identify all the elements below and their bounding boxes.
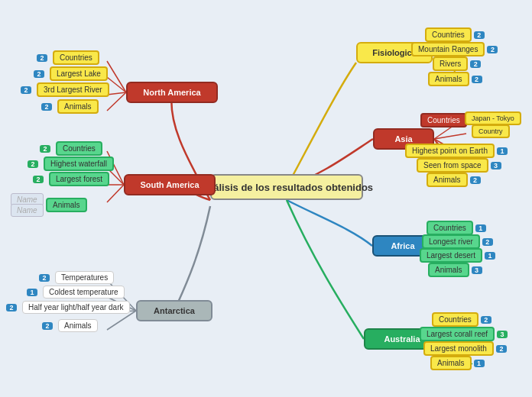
asia-highest-label: Highest point on Earth: [405, 144, 495, 158]
na-animals-label: Animals: [57, 99, 99, 114]
svg-line-2: [107, 92, 126, 95]
na-river-label: 3rd Largest River: [37, 82, 109, 97]
ant-temp-badge: 2: [39, 274, 50, 282]
fis-rivers-badge: 2: [470, 60, 481, 68]
antarctica-node: Antarctica: [136, 300, 212, 321]
antarctica-label: Antarctica: [154, 306, 195, 315]
svg-line-0: [107, 61, 126, 92]
asia-seen-badge: 3: [491, 162, 501, 169]
svg-line-17: [434, 134, 466, 139]
fis-mountains-label: Mountain Ranges: [411, 42, 485, 56]
na-countries-label: Countries: [53, 50, 99, 65]
na-lake-label: Largest Lake: [50, 66, 108, 81]
asia-japan: Japan - Tokyo: [465, 111, 521, 125]
fis-rivers: Rivers 2: [433, 56, 484, 71]
africa-river-label: Longest river: [422, 234, 480, 249]
north-america-node: North America: [126, 82, 218, 103]
africa-label: Africa: [391, 241, 414, 250]
africa-desert-label: Largest desert: [420, 248, 482, 263]
na-countries: 2 Countries: [37, 50, 99, 65]
aus-animals-label: Animals: [430, 356, 472, 370]
sa-countries-label: Countries: [56, 141, 102, 156]
africa-animals-label: Animals: [428, 263, 469, 277]
asia-highest: Highest point on Earth 1: [405, 144, 511, 158]
sa-name-2: Name: [11, 204, 44, 217]
fis-animals-badge: 2: [472, 76, 482, 83]
na-3rd-river: 2 3rd Largest River: [21, 82, 109, 97]
africa-desert: Largest desert 1: [420, 248, 498, 263]
aus-countries-label: Countries: [432, 312, 478, 327]
ant-coldest-label: Coldest temperature: [43, 286, 125, 299]
fis-mountains: Mountain Ranges 2: [411, 42, 501, 56]
africa-desert-badge: 1: [485, 252, 495, 260]
aus-monolith: Largest monolith 2: [423, 341, 510, 356]
aus-monolith-badge: 2: [496, 345, 507, 353]
sa-name-placeholder-2: Name: [11, 204, 44, 217]
asia-highest-badge: 1: [497, 147, 508, 155]
ant-animals: 2 Animals: [42, 319, 98, 332]
svg-line-3: [107, 92, 126, 111]
ant-animals-label: Animals: [58, 319, 98, 332]
australia-label: Australia: [384, 334, 420, 344]
fis-countries-label: Countries: [425, 27, 472, 42]
ant-temp-label: Temperatures: [55, 271, 114, 284]
fis-animals: Animals 2: [428, 72, 485, 86]
africa-countries: Countries 1: [427, 221, 489, 235]
sa-waterfall: 2 Highest waterfall: [28, 157, 114, 171]
aus-countries: Countries 2: [432, 312, 495, 327]
svg-line-7: [107, 185, 124, 202]
ant-halfyear-label: Half year light/half year dark: [22, 301, 130, 314]
africa-river-badge: 2: [482, 238, 493, 246]
asia-label: Asia: [394, 134, 412, 144]
ant-halfyear-badge: 2: [6, 304, 17, 311]
aus-animals: Animals 1: [430, 356, 488, 370]
ant-halfyear: 2 Half year light/half year dark: [6, 301, 130, 314]
na-river-badge: 2: [21, 86, 31, 94]
africa-animals-badge: 3: [472, 266, 482, 274]
aus-animals-badge: 1: [474, 360, 485, 367]
aus-monolith-label: Largest monolith: [423, 341, 494, 356]
aus-reef-badge: 3: [497, 331, 508, 338]
south-america-label: South America: [140, 180, 199, 189]
ant-animals-badge: 2: [42, 322, 53, 330]
na-animals: 2 Animals: [41, 99, 99, 114]
sa-waterfall-label: Highest waterfall: [44, 157, 114, 171]
fisiologica-label: Fisiologica: [372, 48, 416, 57]
africa-countries-badge: 1: [475, 224, 486, 232]
na-largest-lake: 2 Largest Lake: [34, 66, 108, 81]
na-animals-badge: 2: [41, 103, 52, 111]
sa-forest-label: Largest forest: [49, 172, 109, 186]
center-node: Análisis de los resultados obtenidos: [210, 174, 363, 200]
fis-rivers-label: Rivers: [433, 56, 468, 71]
aus-countries-badge: 2: [481, 316, 491, 324]
ant-coldest-badge: 1: [27, 289, 37, 296]
na-lake-badge: 2: [34, 70, 44, 78]
svg-line-1: [107, 77, 126, 92]
asia-countries-label: Countries: [420, 113, 467, 127]
ant-coldest: 1 Coldest temperature: [27, 286, 125, 299]
asia-japan-label: Japan - Tokyo: [465, 111, 521, 125]
asia-country: Country: [472, 124, 510, 138]
sa-waterfall-badge: 2: [28, 160, 38, 168]
asia-country-label: Country: [472, 124, 510, 138]
north-america-label: North America: [143, 88, 200, 97]
asia-animals-label: Animals: [427, 173, 468, 187]
aus-reef-label: Largest corall reef: [420, 327, 495, 341]
sa-countries-badge: 2: [40, 145, 50, 153]
sa-animals-label: Animals: [46, 198, 87, 212]
sa-countries: 2 Countries: [40, 141, 102, 156]
africa-countries-label: Countries: [427, 221, 473, 235]
sa-animals: Animals: [46, 198, 87, 212]
aus-reef: Largest corall reef 3: [420, 327, 511, 341]
sa-forest-badge: 2: [33, 176, 44, 183]
fis-countries-badge: 2: [474, 31, 485, 39]
fis-animals-label: Animals: [428, 72, 469, 86]
asia-animals: Animals 2: [427, 173, 484, 187]
south-america-node: South America: [124, 174, 216, 195]
na-countries-badge: 2: [37, 54, 47, 62]
asia-countries: Countries: [420, 113, 467, 127]
fis-countries: Countries 2: [425, 27, 488, 42]
sa-forest: 2 Largest forest: [33, 172, 109, 186]
asia-seen: Seen from space 3: [417, 158, 504, 173]
africa-river: Longest river 2: [422, 234, 496, 249]
